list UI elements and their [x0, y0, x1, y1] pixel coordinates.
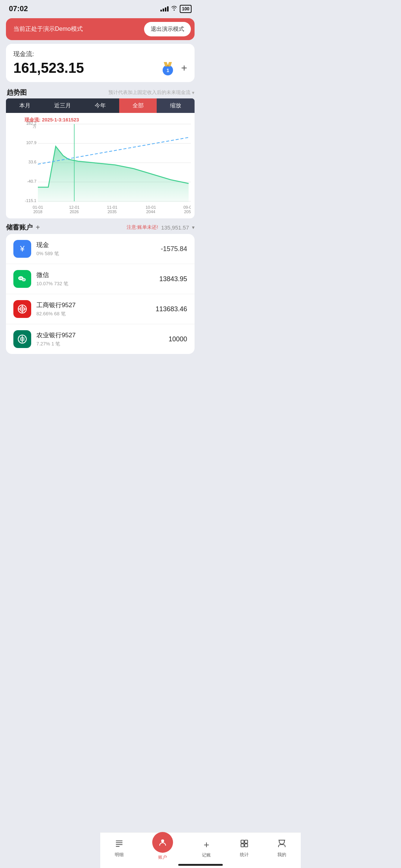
svg-text:2035: 2035 — [108, 209, 117, 214]
account-icon-abc — [13, 330, 31, 348]
chart-tabs: 本月 近三月 今年 全部 缩放 — [6, 98, 195, 113]
savings-header: 储蓄账户 + 注意:账单未还! 135,951.57 ▾ — [0, 218, 200, 234]
account-name-cash: 现金 — [36, 241, 156, 249]
svg-text:-115.1: -115.1 — [25, 198, 36, 203]
cashflow-row: 161,523.15 1 + — [13, 60, 187, 76]
account-list: ¥ 现金 0% 589 笔 -1575.84 微信 10.07% 732 笔 1… — [6, 234, 195, 354]
trend-header: 趋势图 预计代表加上固定收入后的未来现金流 ▾ — [6, 86, 195, 98]
svg-text:2018: 2018 — [33, 209, 42, 214]
account-amount-wechat: 13843.95 — [159, 275, 187, 283]
battery-icon: 100 — [180, 5, 192, 13]
svg-marker-14 — [38, 146, 189, 202]
tab-this-year[interactable]: 今年 — [81, 98, 119, 113]
cashflow-icons: 1 + — [160, 60, 187, 76]
account-icon-wechat — [13, 270, 31, 288]
account-info-wechat: 微信 10.07% 732 笔 — [36, 271, 154, 287]
cashflow-amount: 161,523.15 — [13, 60, 84, 76]
chart-svg: 182.2 万 107.9 33.6 -40.7 -115.1 — [22, 117, 191, 215]
account-meta-wechat: 10.07% 732 笔 — [36, 280, 154, 287]
svg-text:2026: 2026 — [70, 209, 79, 214]
account-item-abc[interactable]: 农业银行9527 7.27% 1 笔 10000 — [6, 324, 195, 354]
tab-this-month[interactable]: 本月 — [6, 98, 44, 113]
medal-icon: 1 — [160, 60, 176, 76]
account-meta-abc: 7.27% 1 笔 — [36, 341, 163, 347]
cashflow-label: 现金流: — [13, 50, 187, 58]
tab-all[interactable]: 全部 — [119, 98, 157, 113]
svg-text:1: 1 — [166, 68, 169, 73]
account-item-wechat[interactable]: 微信 10.07% 732 笔 13843.95 — [6, 264, 195, 294]
status-time: 07:02 — [9, 4, 28, 13]
cashflow-card: 现金流: 161,523.15 1 + — [6, 44, 195, 82]
account-info-cash: 现金 0% 589 笔 — [36, 241, 156, 257]
svg-text:09-01: 09-01 — [183, 205, 191, 209]
wifi-icon — [171, 6, 177, 12]
savings-title: 储蓄账户 — [6, 223, 33, 232]
savings-add-button[interactable]: + — [36, 223, 40, 232]
svg-text:11-01: 11-01 — [107, 205, 117, 209]
svg-point-32 — [24, 279, 25, 280]
demo-banner: 当前正处于演示Demo模式 退出演示模式 — [6, 18, 195, 40]
svg-text:33.6: 33.6 — [29, 160, 36, 164]
svg-text:107.9: 107.9 — [26, 140, 36, 145]
svg-text:-40.7: -40.7 — [27, 179, 36, 183]
svg-point-30 — [22, 278, 26, 282]
tab-three-months[interactable]: 近三月 — [44, 98, 82, 113]
signal-icon — [160, 6, 169, 12]
savings-total: 135,951.57 — [161, 224, 189, 231]
status-icons: 100 — [160, 5, 192, 13]
svg-point-28 — [20, 278, 20, 279]
account-meta-cash: 0% 589 笔 — [36, 250, 156, 257]
account-name-icbc: 工商银行9527 — [36, 301, 150, 309]
status-bar: 07:02 100 — [0, 0, 200, 15]
account-amount-cash: -1575.84 — [161, 245, 187, 253]
account-item-icbc[interactable]: 工商银行9527 82.66% 68 笔 113683.46 — [6, 294, 195, 324]
svg-text:01-01: 01-01 — [33, 205, 43, 209]
trend-title: 趋势图 — [7, 88, 27, 97]
tab-zoom[interactable]: 缩放 — [157, 98, 195, 113]
svg-text:2044: 2044 — [146, 209, 155, 214]
account-amount-abc: 10000 — [169, 335, 187, 343]
svg-text:2053: 2053 — [184, 209, 191, 214]
svg-text:10-01: 10-01 — [146, 205, 156, 209]
account-icon-cash: ¥ — [13, 240, 31, 258]
svg-point-29 — [21, 278, 22, 279]
savings-notice: 注意:账单未还! — [43, 224, 158, 231]
svg-text:12-01: 12-01 — [69, 205, 79, 209]
chevron-down-icon: ▾ — [192, 90, 195, 95]
account-icon-icbc — [13, 300, 31, 318]
svg-text:万: 万 — [33, 124, 36, 129]
demo-banner-text: 当前正处于演示Demo模式 — [13, 25, 83, 33]
account-amount-icbc: 113683.46 — [156, 305, 187, 313]
account-info-abc: 农业银行9527 7.27% 1 笔 — [36, 331, 163, 347]
cashflow-add-button[interactable]: + — [181, 63, 187, 73]
chart-area: 现金流: 2025-1-3:161523 182.2 万 107.9 33.6 … — [6, 113, 195, 218]
account-name-abc: 农业银行9527 — [36, 331, 163, 339]
account-meta-icbc: 82.66% 68 笔 — [36, 311, 150, 317]
account-info-icbc: 工商银行9527 82.66% 68 笔 — [36, 301, 150, 317]
account-item-cash[interactable]: ¥ 现金 0% 589 笔 -1575.84 — [6, 234, 195, 264]
account-name-wechat: 微信 — [36, 271, 154, 279]
savings-chevron-icon: ▾ — [192, 224, 195, 230]
chart-annotation: 现金流: 2025-1-3:161523 — [25, 117, 79, 123]
trend-section: 趋势图 预计代表加上固定收入后的未来现金流 ▾ 本月 近三月 今年 全部 缩放 … — [6, 86, 195, 218]
demo-exit-button[interactable]: 退出演示模式 — [144, 22, 191, 36]
svg-point-31 — [23, 279, 24, 280]
trend-subtitle: 预计代表加上固定收入后的未来现金流 ▾ — [108, 89, 195, 96]
